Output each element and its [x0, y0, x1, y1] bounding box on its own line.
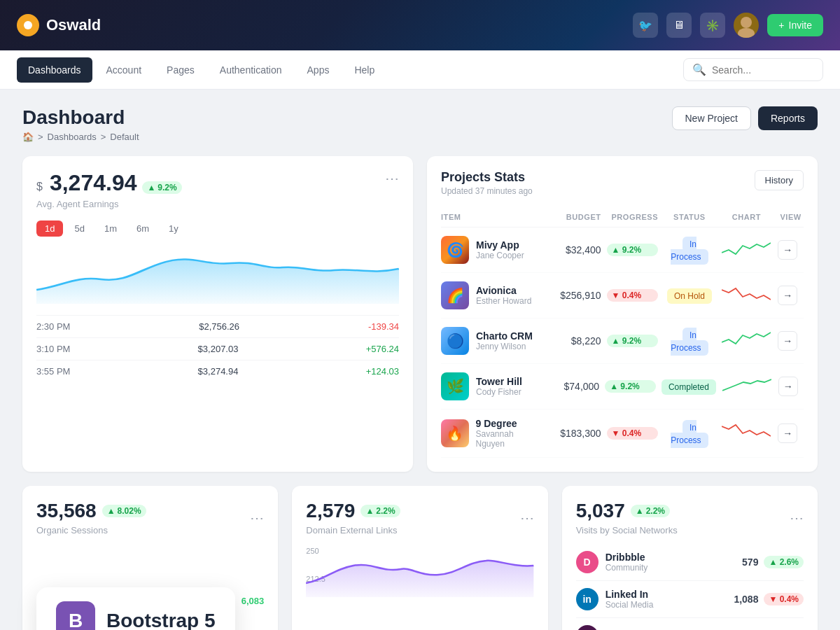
domain-change-badge: ▲ 2.2%: [360, 505, 400, 517]
project-thumb-5: 🔥: [441, 419, 469, 447]
chart-val-3: $3,274.94: [198, 366, 239, 377]
progress-5: ▼ 0.4%: [607, 427, 659, 440]
linkedin-change: ▼ 0.4%: [764, 593, 804, 606]
project-info-4: 🌿 Tower Hill Cody Fisher: [441, 372, 542, 400]
project-name-4: Tower Hill: [476, 376, 522, 387]
view-arrow-5[interactable]: →: [778, 424, 797, 443]
progress-4: ▲ 9.2%: [605, 380, 656, 393]
col-budget: BUDGET: [550, 213, 601, 221]
table-row: 🌀 Mivy App Jane Cooper $32,400 ▲ 9.2% In…: [441, 227, 804, 273]
social-value: 5,037: [576, 500, 625, 522]
brand-icon: [17, 14, 39, 36]
project-info-5: 🔥 9 Degree Savannah Nguyen: [441, 418, 544, 449]
projects-card: Projects Stats Updated 37 minutes ago Hi…: [427, 156, 818, 472]
time-btn-1d[interactable]: 1d: [36, 220, 63, 237]
chart-change-3: +124.03: [366, 366, 399, 377]
earnings-change-val: 9.2%: [158, 183, 176, 192]
history-button[interactable]: History: [755, 170, 804, 190]
domain-value: 2,579: [306, 500, 355, 522]
new-project-button[interactable]: New Project: [672, 106, 751, 130]
status-4: Completed: [662, 380, 716, 393]
project-name-5: 9 Degree: [476, 418, 545, 429]
organic-change: 8.02%: [118, 506, 141, 516]
nav-icon-share[interactable]: ✳️: [700, 13, 725, 38]
col-status: STATUS: [664, 213, 715, 221]
search-icon: 🔍: [692, 63, 706, 76]
view-btn-1: →: [778, 240, 804, 260]
project-info-1: 🌀 Mivy App Jane Cooper: [441, 236, 544, 264]
earnings-amount: $ 3,274.94 ▲ 9.2%: [36, 170, 182, 196]
domain-more-button[interactable]: ⋯: [520, 500, 534, 536]
project-author-2: Esther Howard: [476, 296, 531, 306]
project-meta-4: Tower Hill Cody Fisher: [476, 376, 522, 397]
tab-apps[interactable]: Apps: [296, 57, 341, 83]
view-btn-3: →: [778, 331, 804, 351]
linkedin-info: in Linked In Social Media: [576, 588, 654, 610]
linkedin-meta: Linked In Social Media: [606, 589, 654, 610]
earnings-card: $ 3,274.94 ▲ 9.2% Avg. Agent Earnings ⋯ …: [22, 156, 413, 472]
tab-authentication[interactable]: Authentication: [209, 57, 293, 83]
project-info-3: 🔵 Charto CRM Jenny Wilson: [441, 327, 544, 355]
project-meta-3: Charto CRM Jenny Wilson: [476, 330, 533, 351]
earnings-label: Avg. Agent Earnings: [36, 199, 182, 209]
dribbble-stats: 579 ▲ 2.6%: [742, 556, 804, 568]
tab-account[interactable]: Account: [95, 57, 153, 83]
chart-row-2: 3:10 PM $3,207.03 +576.24: [36, 337, 399, 360]
chart-change-2: +576.24: [366, 344, 399, 354]
social-more-button[interactable]: ⋯: [790, 500, 804, 536]
chart-time-2: 3:10 PM: [36, 344, 70, 354]
social-header: 5,037 ▲ 2.2% Visits by Social Networks: [576, 500, 678, 536]
tab-help[interactable]: Help: [343, 57, 386, 83]
view-arrow-3[interactable]: →: [778, 331, 797, 351]
search-input[interactable]: [712, 64, 814, 76]
project-name-2: Avionica: [476, 285, 531, 296]
breadcrumb: 🏠 > Dashboards > Default: [22, 132, 139, 142]
chart-time-1: 2:30 PM: [36, 321, 70, 332]
project-meta-2: Avionica Esther Howard: [476, 285, 531, 306]
project-author-5: Savannah Nguyen: [476, 429, 545, 449]
search-bar: 🔍: [683, 58, 823, 81]
chart-change-1: -139.34: [368, 321, 399, 332]
dribbble-icon: D: [576, 551, 598, 573]
tab-pages[interactable]: Pages: [155, 57, 206, 83]
time-btn-6m[interactable]: 6m: [128, 220, 158, 237]
page-content: Dashboard 🏠 > Dashboards > Default New P…: [0, 90, 840, 630]
reports-button[interactable]: Reports: [758, 106, 818, 130]
project-thumb-4: 🌿: [441, 372, 469, 400]
social-networks-card: 5,037 ▲ 2.2% Visits by Social Networks ⋯…: [562, 486, 818, 630]
time-btn-1y[interactable]: 1y: [160, 220, 187, 237]
organic-more-button[interactable]: ⋯: [250, 500, 264, 536]
earnings-more-button[interactable]: ⋯: [385, 170, 399, 187]
sparkline-3: [721, 330, 773, 352]
user-avatar[interactable]: [734, 13, 759, 38]
breadcrumb-dashboards[interactable]: Dashboards: [48, 132, 97, 142]
view-btn-5: →: [778, 424, 804, 443]
domain-links-card: 2,579 ▲ 2.2% Domain External Links ⋯ 250…: [292, 486, 547, 630]
time-btn-1m[interactable]: 1m: [96, 220, 125, 237]
nav-icon-screen[interactable]: 🖥: [666, 13, 692, 38]
time-btn-5d[interactable]: 5d: [66, 220, 92, 237]
nav-icon-camera[interactable]: 🐦: [633, 13, 658, 38]
earnings-header: $ 3,274.94 ▲ 9.2% Avg. Agent Earnings: [36, 170, 182, 209]
budget-3: $8,220: [550, 335, 601, 346]
status-5: In Process: [664, 421, 715, 446]
social-list: D Dribbble Community 579 ▲ 2.6% in: [576, 544, 804, 630]
project-author-4: Cody Fisher: [476, 387, 522, 397]
domain-chart: 250 212.5: [306, 547, 533, 597]
col-item: ITEM: [441, 213, 544, 221]
view-btn-2: →: [778, 286, 804, 305]
sparkline-2: [721, 284, 773, 307]
project-author-1: Jane Cooper: [476, 251, 524, 260]
dribbble-change: ▲ 2.6%: [764, 556, 804, 568]
bs-letter: B: [69, 610, 83, 630]
tab-dashboards[interactable]: Dashboards: [17, 57, 92, 83]
slack-icon: #: [576, 625, 598, 630]
page-header-left: Dashboard 🏠 > Dashboards > Default: [22, 106, 139, 142]
bootstrap-overlay: B Bootstrap 5: [36, 587, 235, 630]
page-actions: New Project Reports: [672, 106, 818, 130]
view-arrow-1[interactable]: →: [778, 240, 797, 260]
view-arrow-4[interactable]: →: [778, 377, 798, 396]
arrow-up-icon: ▲: [147, 183, 155, 192]
view-arrow-2[interactable]: →: [778, 286, 797, 305]
invite-button[interactable]: + Invite: [767, 14, 823, 36]
